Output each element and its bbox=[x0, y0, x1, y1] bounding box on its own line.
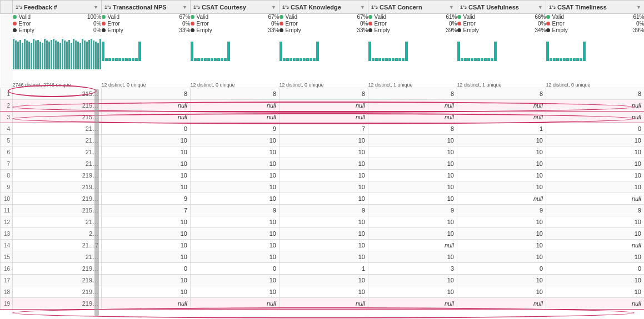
label-empty-tnps: Empty bbox=[108, 27, 177, 33]
label-valid-knowledge: Valid bbox=[286, 14, 355, 20]
row-number: 1 bbox=[1, 88, 13, 100]
chart-usefulness bbox=[457, 36, 546, 80]
type-icon-courtesy: 1²₃ bbox=[193, 4, 200, 10]
cell-feedback: 215… bbox=[13, 100, 102, 112]
dot-valid-concern bbox=[368, 15, 372, 19]
label-valid-concern: Valid bbox=[375, 14, 444, 20]
label-empty-usefulness: Empty bbox=[463, 27, 533, 33]
dot-valid-tnps bbox=[102, 15, 106, 19]
cell-courtesy: 10 bbox=[191, 275, 279, 286]
cell-concern: null bbox=[368, 298, 457, 310]
dropdown-arrow-feedback[interactable]: ▼ bbox=[93, 4, 98, 10]
cell-courtesy: 10 bbox=[191, 228, 279, 240]
distinct-knowledge: 12 distinct, 0 unique bbox=[279, 82, 368, 88]
label-empty-timeliness: Empty bbox=[552, 27, 631, 33]
cell-tnps: 10 bbox=[102, 251, 191, 263]
value-valid-timeliness: 61% bbox=[633, 14, 644, 20]
table-row: 521…101010101010 bbox=[1, 135, 645, 146]
row-number: 13 bbox=[1, 228, 13, 240]
dropdown-arrow-usefulness[interactable]: ▼ bbox=[538, 4, 543, 10]
type-icon-feedback: 1²₃ bbox=[16, 4, 22, 10]
dot-empty-concern bbox=[368, 28, 372, 32]
cell-feedback: 219… bbox=[13, 298, 102, 310]
dot-error-usefulness bbox=[457, 22, 461, 26]
col-header-usefulness[interactable]: 1²₃ CSAT Usefulness ▼ bbox=[457, 1, 546, 14]
cell-knowledge: 10 bbox=[279, 216, 368, 228]
dot-empty-knowledge bbox=[279, 28, 283, 32]
cell-feedback: 21… bbox=[13, 123, 102, 135]
cell-knowledge: 10 bbox=[279, 170, 368, 181]
dot-error-tnps bbox=[102, 22, 106, 26]
cell-knowledge: 10 bbox=[279, 181, 368, 193]
cell-tnps: 10 bbox=[102, 216, 191, 228]
dropdown-arrow-courtesy[interactable]: ▼ bbox=[271, 4, 276, 10]
row-number: 2 bbox=[1, 100, 13, 112]
col-header-tnps[interactable]: 1²₃ Transactional NPS ▼ bbox=[102, 1, 191, 14]
stats-cell-concern: Valid 61% Error 0% Empty 39% 12 distinct… bbox=[368, 14, 457, 88]
col-header-timeliness[interactable]: 1²₃ CSAT Timeliness ▼ bbox=[546, 1, 645, 14]
distinct-usefulness: 12 distinct, 1 unique bbox=[457, 82, 546, 88]
cell-concern: null bbox=[368, 100, 457, 112]
cell-feedback: 21… bbox=[13, 251, 102, 263]
cell-concern: 8 bbox=[368, 88, 457, 100]
cell-usefulness: null bbox=[457, 112, 546, 123]
value-valid-usefulness: 66% bbox=[535, 14, 546, 20]
cell-courtesy: 8 bbox=[191, 88, 279, 100]
cell-knowledge: 10 bbox=[279, 240, 368, 251]
row-number: 18 bbox=[1, 286, 13, 298]
dot-error-concern bbox=[368, 22, 372, 26]
dot-valid-timeliness bbox=[546, 15, 550, 19]
cell-courtesy: 10 bbox=[191, 251, 279, 263]
cell-timeliness: 10 bbox=[546, 228, 645, 240]
value-empty-tnps: 33% bbox=[179, 27, 190, 33]
cell-tnps: 10 bbox=[102, 275, 191, 286]
row-number: 19 bbox=[1, 298, 13, 310]
dropdown-arrow-concern[interactable]: ▼ bbox=[449, 4, 454, 10]
cell-tnps: 10 bbox=[102, 240, 191, 251]
col-header-courtesy[interactable]: 1²₃ CSAT Courtesy ▼ bbox=[191, 1, 279, 14]
cell-tnps: null bbox=[102, 298, 191, 310]
cell-tnps: 10 bbox=[102, 228, 191, 240]
value-error-knowledge: 0% bbox=[360, 21, 368, 27]
value-valid-knowledge: 67% bbox=[357, 14, 368, 20]
cell-knowledge: 1 bbox=[279, 263, 368, 275]
dot-empty-timeliness bbox=[546, 28, 550, 32]
cell-tnps: null bbox=[102, 100, 191, 112]
value-empty-timeliness: 39% bbox=[633, 27, 644, 33]
cell-concern: 10 bbox=[368, 275, 457, 286]
cell-knowledge: 10 bbox=[279, 146, 368, 158]
cell-courtesy: null bbox=[191, 298, 279, 310]
cell-usefulness: 10 bbox=[457, 216, 546, 228]
row-number: 12 bbox=[1, 216, 13, 228]
dropdown-arrow-tnps[interactable]: ▼ bbox=[182, 4, 187, 10]
cell-usefulness: 8 bbox=[457, 88, 546, 100]
dropdown-arrow-knowledge[interactable]: ▼ bbox=[360, 4, 365, 10]
chart-feedback bbox=[13, 36, 102, 80]
cell-timeliness: 10 bbox=[546, 170, 645, 181]
cell-knowledge: 7 bbox=[279, 123, 368, 135]
col-header-knowledge[interactable]: 1²₃ CSAT Knowledge ▼ bbox=[279, 1, 368, 14]
cell-concern: 8 bbox=[368, 123, 457, 135]
value-valid-concern: 61% bbox=[446, 14, 457, 20]
dropdown-arrow-timeliness[interactable]: ▼ bbox=[636, 4, 641, 10]
cell-knowledge: 10 bbox=[279, 135, 368, 146]
cell-timeliness: null bbox=[546, 100, 645, 112]
cell-courtesy: 0 bbox=[191, 263, 279, 275]
cell-concern: 10 bbox=[368, 158, 457, 170]
row-number: 3 bbox=[1, 112, 13, 123]
col-header-feedback[interactable]: 1²₃ Feedback # ▼ bbox=[13, 1, 102, 14]
cell-tnps: 0 bbox=[102, 123, 191, 135]
cell-usefulness: 10 bbox=[457, 181, 546, 193]
cell-courtesy: 10 bbox=[191, 193, 279, 205]
cell-timeliness: null bbox=[546, 112, 645, 123]
type-icon-knowledge: 1²₃ bbox=[282, 4, 289, 10]
col-header-concern[interactable]: 1²₃ CSAT Concern ▼ bbox=[368, 1, 457, 14]
distinct-timeliness: 12 distinct, 0 unique bbox=[546, 82, 645, 88]
cell-concern: 10 bbox=[368, 181, 457, 193]
cell-knowledge: 10 bbox=[279, 275, 368, 286]
row-number: 9 bbox=[1, 181, 13, 193]
stats-cell-knowledge: Valid 67% Error 0% Empty 33% 12 distinct… bbox=[279, 14, 368, 88]
label-error-feedback: Error bbox=[19, 21, 92, 27]
cell-courtesy: 10 bbox=[191, 240, 279, 251]
cell-tnps: 8 bbox=[102, 88, 191, 100]
